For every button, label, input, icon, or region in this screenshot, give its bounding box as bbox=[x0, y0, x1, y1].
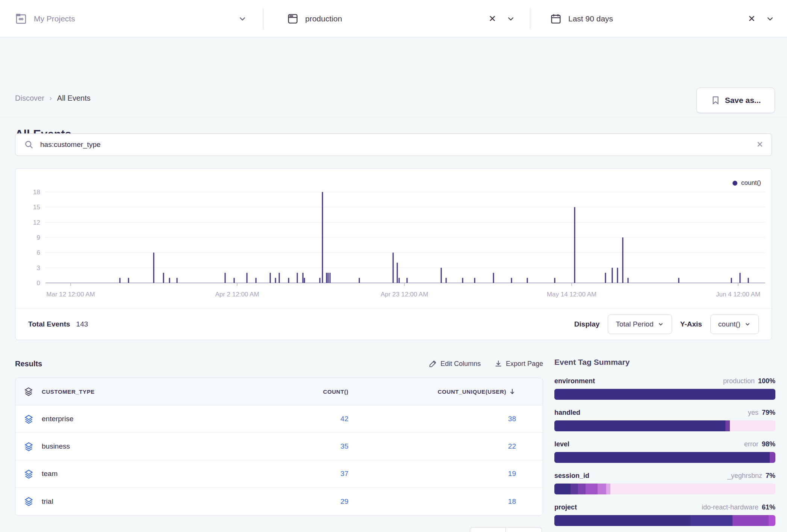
display-label: Display bbox=[574, 320, 600, 328]
svg-text:Apr 2 12:00 AM: Apr 2 12:00 AM bbox=[215, 291, 259, 298]
stack-icon[interactable] bbox=[15, 387, 42, 396]
results-header: Results Edit Columns Export Page bbox=[15, 356, 543, 371]
tag-row-handled: handled yes 79% bbox=[554, 409, 775, 431]
export-page-button[interactable]: Export Page bbox=[494, 360, 543, 368]
tag-key: environment bbox=[554, 377, 595, 385]
tag-top-value: yes bbox=[748, 409, 758, 417]
column-header-count[interactable]: COUNT() bbox=[252, 388, 348, 395]
results-title: Results bbox=[15, 360, 42, 368]
stack-icon[interactable] bbox=[15, 496, 42, 506]
stack-icon[interactable] bbox=[15, 441, 42, 452]
total-events-label: Total Events bbox=[28, 320, 70, 328]
previous-page-button[interactable]: ‹ bbox=[470, 527, 506, 532]
tag-distribution-bar[interactable] bbox=[554, 515, 775, 526]
tag-distribution-bar[interactable] bbox=[554, 452, 775, 463]
tag-top-value: ido-react-hardware bbox=[702, 503, 758, 511]
search-icon bbox=[24, 139, 34, 150]
stack-icon[interactable] bbox=[15, 469, 42, 479]
count-unique-cell-link[interactable]: 22 bbox=[508, 442, 516, 450]
results-table: CUSTOMER_TYPE COUNT() COUNT_UNIQUE(USER)… bbox=[15, 378, 543, 516]
tag-distribution-bar[interactable] bbox=[554, 484, 775, 494]
project-selector-label: My Projects bbox=[34, 14, 75, 23]
tag-key: session_id bbox=[554, 472, 589, 480]
chevron-down-icon bbox=[744, 321, 751, 328]
stack-icon[interactable] bbox=[15, 414, 42, 424]
date-range-label: Last 90 days bbox=[568, 14, 613, 23]
chevron-down-icon[interactable] bbox=[506, 14, 516, 24]
tag-row-level: level error 98% bbox=[554, 440, 775, 463]
tag-summary-title: Event Tag Summary bbox=[554, 358, 775, 367]
yaxis-label: Y-Axis bbox=[680, 320, 702, 328]
chevron-down-icon[interactable] bbox=[238, 14, 247, 24]
tag-percentage: 100% bbox=[758, 377, 775, 385]
projects-icon bbox=[14, 12, 28, 26]
count-cell-link[interactable]: 42 bbox=[341, 415, 348, 423]
svg-text:Mar 12 12:00 AM: Mar 12 12:00 AM bbox=[46, 291, 95, 298]
search-input[interactable] bbox=[40, 141, 757, 149]
next-page-button[interactable]: › bbox=[506, 527, 542, 532]
display-dropdown[interactable]: Total Period bbox=[608, 314, 672, 334]
svg-text:12: 12 bbox=[33, 219, 40, 226]
svg-text:6: 6 bbox=[37, 249, 40, 256]
count-unique-cell-link[interactable]: 19 bbox=[508, 470, 516, 478]
tag-percentage: 7% bbox=[766, 472, 775, 480]
svg-text:15: 15 bbox=[33, 204, 40, 211]
breadcrumb: Discover › All Events bbox=[15, 94, 91, 103]
pagination: ‹ › bbox=[470, 527, 542, 532]
edit-columns-label: Edit Columns bbox=[440, 360, 481, 368]
count-unique-cell-link[interactable]: 38 bbox=[508, 415, 516, 423]
table-header-row: CUSTOMER_TYPE COUNT() COUNT_UNIQUE(USER) bbox=[15, 378, 543, 405]
tag-key: handled bbox=[554, 409, 580, 417]
environment-selector[interactable]: production ✕ bbox=[286, 0, 516, 38]
discover-page: My Projects production ✕ bbox=[0, 0, 787, 532]
chevron-down-icon[interactable] bbox=[765, 14, 775, 24]
tag-row-session-id: session_id _yeghrsbnz 7% bbox=[554, 472, 775, 494]
clear-date-icon[interactable]: ✕ bbox=[748, 14, 755, 24]
save-as-button[interactable]: Save as... bbox=[696, 88, 775, 113]
chevron-down-icon bbox=[657, 321, 664, 328]
breadcrumb-current: All Events bbox=[57, 94, 91, 103]
table-row: enterprise 42 38 bbox=[15, 405, 543, 433]
svg-text:3: 3 bbox=[37, 264, 40, 272]
date-range-selector[interactable]: Last 90 days ✕ bbox=[549, 0, 775, 38]
svg-text:0: 0 bbox=[37, 280, 40, 287]
search-clear-icon[interactable]: ✕ bbox=[757, 140, 763, 150]
column-header-customer-type[interactable]: CUSTOMER_TYPE bbox=[42, 388, 252, 395]
tag-distribution-bar[interactable] bbox=[554, 389, 775, 400]
svg-text:May 14 12:00 AM: May 14 12:00 AM bbox=[547, 291, 596, 298]
tag-top-value: _yeghrsbnz bbox=[727, 472, 762, 480]
tag-percentage: 79% bbox=[762, 409, 775, 417]
column-header-count-unique-label: COUNT_UNIQUE(USER) bbox=[438, 388, 506, 395]
yaxis-dropdown[interactable]: count() bbox=[710, 314, 759, 334]
table-row: team 37 19 bbox=[15, 460, 543, 488]
edit-columns-button[interactable]: Edit Columns bbox=[429, 360, 481, 368]
tag-percentage: 61% bbox=[762, 503, 775, 511]
bookmark-icon bbox=[711, 95, 720, 105]
tag-row-environment: environment production 100% bbox=[554, 377, 775, 400]
svg-text:9: 9 bbox=[37, 234, 40, 241]
pencil-icon bbox=[429, 360, 437, 368]
export-page-label: Export Page bbox=[506, 360, 543, 368]
tag-top-value: production bbox=[723, 377, 755, 385]
customer-type-cell: trial bbox=[42, 497, 252, 506]
breadcrumb-discover-link[interactable]: Discover bbox=[15, 94, 44, 103]
calendar-icon bbox=[549, 12, 562, 25]
sort-desc-arrow-icon bbox=[509, 388, 516, 395]
total-events-value: 143 bbox=[76, 320, 88, 328]
breadcrumb-separator-icon: › bbox=[50, 94, 52, 102]
events-chart-card: count() 0369121518Mar 12 12:00 AMApr 2 1… bbox=[15, 168, 772, 340]
tag-distribution-bar[interactable] bbox=[554, 420, 775, 431]
count-cell-link[interactable]: 37 bbox=[341, 470, 348, 478]
customer-type-cell: team bbox=[42, 470, 252, 478]
save-as-label: Save as... bbox=[725, 96, 761, 105]
count-cell-link[interactable]: 29 bbox=[341, 497, 348, 505]
chart-footer: Total Events 143 Display Total Period Y-… bbox=[15, 308, 772, 340]
svg-text:Apr 23 12:00 AM: Apr 23 12:00 AM bbox=[381, 291, 428, 298]
column-header-count-unique[interactable]: COUNT_UNIQUE(USER) bbox=[348, 388, 529, 395]
count-cell-link[interactable]: 35 bbox=[341, 442, 348, 450]
count-unique-cell-link[interactable]: 18 bbox=[508, 497, 516, 506]
events-spike-chart[interactable]: 0369121518Mar 12 12:00 AMApr 2 12:00 AMA… bbox=[15, 169, 772, 298]
project-selector[interactable]: My Projects bbox=[14, 0, 247, 38]
search-bar[interactable]: ✕ bbox=[15, 133, 772, 156]
clear-environment-icon[interactable]: ✕ bbox=[489, 14, 496, 24]
